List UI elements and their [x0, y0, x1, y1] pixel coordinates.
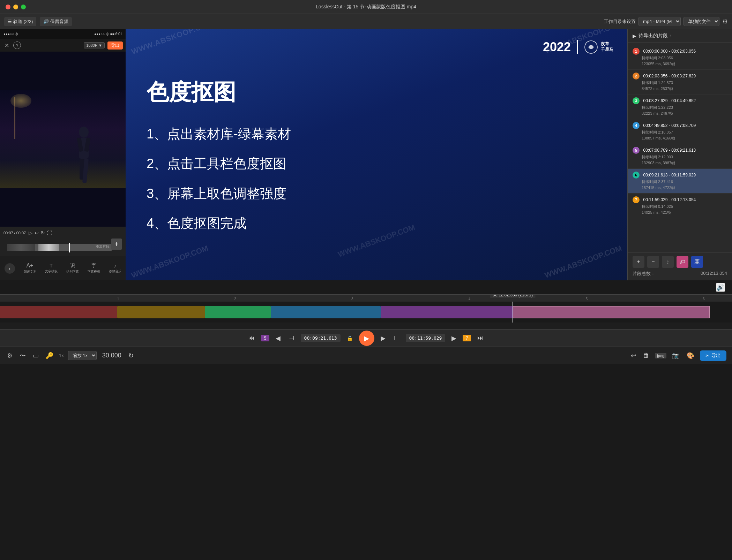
phone-tool-subtitle[interactable]: 字 字幕模板 — [88, 263, 100, 274]
go-start-button[interactable]: ⏮ — [246, 333, 257, 343]
phone-timeline[interactable]: 添加片段 — [0, 239, 126, 256]
segment-item-4[interactable]: 4 00:04:49.852 - 00:07:08.709 持续时间 2:18.… — [628, 119, 732, 144]
phone-fullscreen-icon[interactable]: ⛶ — [47, 230, 52, 236]
reorder-segment-button[interactable]: ↕ — [662, 256, 674, 268]
palette-button[interactable]: 🎨 — [685, 350, 696, 361]
set-start-button[interactable]: ⊣ — [287, 333, 297, 343]
timeline-area[interactable]: 1 2 3 4 5 6 00:12:02.360 (21671) — [0, 294, 732, 329]
seg-time-4: 00:04:49.852 - 00:07:08.709 — [643, 123, 696, 128]
segment-item-2[interactable]: 2 00:02:03.056 - 00:03:27.629 持续时间 1:24.… — [628, 70, 732, 94]
phone-tool-music[interactable]: ♪ 添加音乐 — [109, 263, 121, 274]
figure-silhouette — [70, 125, 98, 188]
seg-time-7: 00:11:59.029 - 00:12:13.054 — [643, 197, 696, 202]
undo-button[interactable]: ↩ — [629, 350, 637, 361]
phone-app-toolbar[interactable]: ✕ ? 1080P ▼ 导出 — [0, 39, 126, 52]
seg-dur-7: 持续时间 0:14.025 — [642, 204, 727, 209]
seg-num-4: 4 — [633, 122, 640, 129]
fps-value: 30.000 — [102, 352, 121, 359]
phone-export-button[interactable]: 导出 — [107, 41, 123, 50]
watermark-bottomleft: WWW.ABSKOOP.COM — [130, 244, 210, 280]
seg-dur-4: 持续时间 2:18.857 — [642, 130, 727, 135]
slide-item-2: 2、点击工具栏色度抠图 — [147, 154, 606, 173]
titlebar: LosslessCut - 第 15 节-动画蒙版色度抠图.mp4 — [0, 0, 732, 14]
segment-item-6[interactable]: 6 00:09:21.613 - 00:11:59.029 持续时间 2:37.… — [628, 169, 732, 194]
phone-resolution-button[interactable]: 1080P ▼ — [84, 42, 105, 48]
convert-segment-button[interactable]: 亜 — [691, 256, 703, 268]
window-controls[interactable] — [6, 5, 26, 9]
seg-time-5: 00:07:08.709 - 00:09:21.613 — [643, 148, 696, 153]
segment-item-7[interactable]: 7 00:11:59.029 - 00:12:13.054 持续时间 0:14.… — [628, 194, 732, 218]
export-button[interactable]: ✂ 导出 — [700, 350, 726, 361]
segment-item-3[interactable]: 3 00:03:27.629 - 00:04:49.852 持续时间 1:22.… — [628, 94, 732, 119]
segments-total: 片段总数： 00:12:13.054 — [633, 271, 727, 277]
timeline-tooltip: 00:12:02.360 (21671) — [490, 294, 536, 298]
delete-button[interactable]: 🗑 — [642, 350, 651, 361]
lock-button[interactable]: 🔒 — [345, 334, 355, 342]
remove-segment-button[interactable]: − — [647, 256, 659, 268]
thumbnail-button[interactable]: ▭ — [31, 350, 40, 361]
timeline-seg-6[interactable] — [513, 306, 710, 318]
settings-icon-button[interactable]: ⚙ — [6, 350, 14, 361]
volume-button[interactable]: 🔊 — [716, 283, 725, 292]
phone-back-button[interactable]: ‹ — [5, 263, 15, 274]
arrow-icon: ▶ — [633, 33, 636, 39]
watermark-bottomright: WWW.ABSKOOP.COM — [544, 244, 623, 280]
phone-tool-text[interactable]: A+ 朗读文本 — [24, 263, 36, 274]
phone-help-button[interactable]: ? — [13, 41, 21, 49]
phone-play-icon[interactable]: ▷ — [29, 230, 32, 236]
slide-item-3: 3、屏幕上取色调整强度 — [147, 184, 606, 203]
phone-video-preview — [0, 52, 126, 227]
settings-button[interactable]: ⚙ — [722, 18, 728, 25]
tag-segment-button[interactable]: 🏷 — [677, 256, 688, 268]
next-frame-button[interactable]: ▶ — [379, 333, 388, 343]
seg-detail-4: 138857 ms, 4166帧 — [642, 136, 727, 141]
segment-item-1[interactable]: 1 00:00:00.000 - 00:02:03.056 持续时间 2:03.… — [628, 45, 732, 70]
tracks-menu-button[interactable]: ☰ 轨道 (2/2) — [4, 17, 36, 26]
seg-time-2: 00:02:03.056 - 00:03:27.629 — [643, 74, 696, 78]
svg-point-0 — [79, 127, 89, 138]
set-end-button[interactable]: ⊢ — [392, 333, 402, 343]
minimize-dot[interactable] — [13, 5, 18, 9]
prev-frame-button[interactable]: ◀ — [274, 333, 283, 343]
go-end-button[interactable]: ⏭ — [475, 333, 486, 343]
timeline-seg-1[interactable] — [0, 306, 117, 318]
maximize-dot[interactable] — [21, 5, 26, 9]
timeline-seg-2[interactable] — [117, 306, 205, 318]
timeline-seg-4[interactable] — [271, 306, 381, 318]
slide-brand: 2022 夜草 千星马 — [543, 40, 613, 54]
right-panel: ▶ 待导出的片段： 1 00:00:00.000 - 00:02:03.056 … — [627, 29, 732, 280]
seg-time-3: 00:03:27.629 - 00:04:49.852 — [643, 98, 696, 103]
phone-rotate-icon[interactable]: ↻ — [41, 230, 45, 236]
phone-close-button[interactable]: ✕ — [3, 41, 10, 49]
add-clip-button[interactable]: + — [111, 239, 122, 250]
phone-undo-icon[interactable]: ↩ — [35, 230, 39, 236]
timeline-seg-3[interactable] — [205, 306, 271, 318]
phone-tool-recognize[interactable]: 识 识别字幕 — [66, 263, 79, 274]
add-clip-label-area: 添加片段 — [96, 244, 110, 249]
next-seg-button[interactable]: ▶ — [449, 333, 458, 343]
seg-time-1: 00:00:00.000 - 00:02:03.056 — [643, 49, 696, 54]
segments-list[interactable]: 1 00:00:00.000 - 00:02:03.056 持续时间 2:03.… — [628, 43, 732, 252]
screenshot-button[interactable]: 📷 — [671, 350, 681, 361]
controls-bar: ⏮ 5 ◀ ⊣ 00:09:21.613 🔒 ▶ ▶ ⊢ 00:11:59.02… — [0, 329, 732, 347]
close-dot[interactable] — [6, 5, 10, 9]
phone-tool-caption[interactable]: T 文字模板 — [45, 263, 58, 274]
zoom-label: 1x — [59, 353, 64, 358]
key-button[interactable]: 🔑 — [44, 350, 55, 361]
segment-item-5[interactable]: 5 00:07:08.709 - 00:09:21.613 持续时间 2:12.… — [628, 144, 732, 169]
window-title: LosslessCut - 第 15 节-动画蒙版色度抠图.mp4 — [316, 4, 416, 10]
refresh-button[interactable]: ↻ — [127, 350, 135, 361]
segments-header: ▶ 待导出的片段： — [628, 29, 732, 43]
timeline-seg-5[interactable] — [381, 306, 513, 318]
audio-toggle-button[interactable]: 🔊 保留音频 — [40, 17, 72, 26]
waveform-button[interactable]: 〜 — [18, 350, 27, 361]
output-select[interactable]: 单独的文件 — [684, 17, 719, 26]
add-segment-button[interactable]: + — [633, 256, 644, 268]
format-select[interactable]: mp4 - MP4 (M — [638, 17, 681, 26]
timeline-tracks[interactable]: 00:12:02.360 (21671) — [0, 302, 732, 323]
play-button[interactable]: ▶ — [359, 331, 374, 346]
zoom-select[interactable]: 缩放 1x — [68, 351, 97, 360]
marker-2: 2 — [234, 297, 236, 301]
segments-footer: + − ↕ 🏷 亜 片段总数： 00:12:13.054 — [628, 252, 732, 280]
seg-detail-7: 14025 ms, 421帧 — [642, 210, 727, 215]
